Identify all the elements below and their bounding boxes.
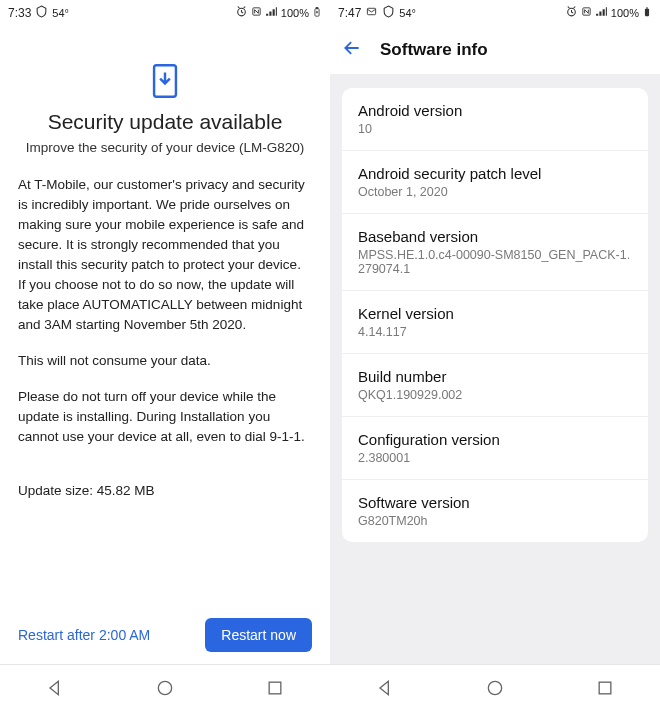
download-icon bbox=[150, 64, 180, 98]
status-temp: 54° bbox=[52, 7, 69, 19]
nav-home-icon[interactable] bbox=[155, 678, 175, 698]
update-subtitle: Improve the security of your device (LM-… bbox=[18, 140, 312, 155]
battery-percent: 100% bbox=[281, 7, 309, 19]
info-value: G820TM20h bbox=[358, 514, 632, 528]
update-paragraph: At T-Mobile, our customer's privacy and … bbox=[18, 175, 312, 335]
status-right: 100% bbox=[565, 5, 652, 22]
status-time: 7:47 bbox=[338, 6, 361, 20]
update-size: Update size: 45.82 MB bbox=[18, 481, 312, 501]
info-label: Android security patch level bbox=[358, 165, 632, 182]
info-value: October 1, 2020 bbox=[358, 185, 632, 199]
signal-icon bbox=[595, 5, 608, 21]
status-temp: 54° bbox=[399, 7, 416, 19]
info-value: MPSS.HE.1.0.c4-00090-SM8150_GEN_PACK-1.2… bbox=[358, 248, 632, 276]
battery-icon bbox=[312, 5, 322, 22]
info-label: Baseband version bbox=[358, 228, 632, 245]
signal-icon bbox=[265, 5, 278, 21]
nav-bar bbox=[330, 664, 660, 710]
update-title: Security update available bbox=[18, 110, 312, 134]
nav-back-icon[interactable] bbox=[375, 678, 395, 698]
info-item-security-patch[interactable]: Android security patch level October 1, … bbox=[342, 151, 648, 214]
battery-icon bbox=[642, 5, 652, 22]
action-row: Restart after 2:00 AM Restart now bbox=[18, 608, 312, 664]
status-left: 7:33 54° bbox=[8, 5, 69, 21]
alarm-icon bbox=[235, 5, 248, 21]
svg-rect-10 bbox=[645, 8, 649, 16]
info-item-software-version[interactable]: Software version G820TM20h bbox=[342, 480, 648, 542]
nav-bar bbox=[0, 664, 330, 710]
info-item-kernel[interactable]: Kernel version 4.14.117 bbox=[342, 291, 648, 354]
svg-rect-6 bbox=[269, 682, 281, 694]
info-label: Configuration version bbox=[358, 431, 632, 448]
status-right: 100% bbox=[235, 5, 322, 22]
info-list: Android version 10 Android security patc… bbox=[342, 88, 648, 542]
restart-now-button[interactable]: Restart now bbox=[205, 618, 312, 652]
info-label: Build number bbox=[358, 368, 632, 385]
shield-icon bbox=[35, 5, 48, 21]
update-screen: 7:33 54° 100% bbox=[0, 0, 330, 710]
info-label: Software version bbox=[358, 494, 632, 511]
app-bar: Software info bbox=[330, 26, 660, 74]
status-bar: 7:47 54° 100% bbox=[330, 0, 660, 26]
info-label: Android version bbox=[358, 102, 632, 119]
mail-icon bbox=[365, 6, 378, 20]
info-item-android-version[interactable]: Android version 10 bbox=[342, 88, 648, 151]
alarm-icon bbox=[565, 5, 578, 21]
status-bar: 7:33 54° 100% bbox=[0, 0, 330, 26]
nfc-icon bbox=[251, 5, 262, 21]
info-value: 2.380001 bbox=[358, 451, 632, 465]
update-paragraph: This will not consume your data. bbox=[18, 351, 312, 371]
svg-rect-11 bbox=[646, 7, 648, 8]
software-info-screen: 7:47 54° 100% bbox=[330, 0, 660, 710]
nav-recents-icon[interactable] bbox=[595, 678, 615, 698]
update-paragraph: Please do not turn off your device while… bbox=[18, 387, 312, 447]
status-time: 7:33 bbox=[8, 6, 31, 20]
nav-back-icon[interactable] bbox=[45, 678, 65, 698]
shield-icon bbox=[382, 5, 395, 21]
status-left: 7:47 54° bbox=[338, 5, 416, 21]
nav-recents-icon[interactable] bbox=[265, 678, 285, 698]
appbar-title: Software info bbox=[380, 40, 488, 60]
info-value: QKQ1.190929.002 bbox=[358, 388, 632, 402]
nav-home-icon[interactable] bbox=[485, 678, 505, 698]
svg-point-5 bbox=[158, 681, 171, 694]
info-label: Kernel version bbox=[358, 305, 632, 322]
update-body: Security update available Improve the se… bbox=[0, 26, 330, 664]
nfc-icon bbox=[581, 5, 592, 21]
svg-rect-13 bbox=[599, 682, 611, 694]
svg-point-12 bbox=[488, 681, 501, 694]
info-value: 4.14.117 bbox=[358, 325, 632, 339]
info-value: 10 bbox=[358, 122, 632, 136]
info-item-build[interactable]: Build number QKQ1.190929.002 bbox=[342, 354, 648, 417]
info-item-config[interactable]: Configuration version 2.380001 bbox=[342, 417, 648, 480]
info-item-baseband[interactable]: Baseband version MPSS.HE.1.0.c4-00090-SM… bbox=[342, 214, 648, 291]
svg-rect-3 bbox=[316, 7, 318, 8]
battery-percent: 100% bbox=[611, 7, 639, 19]
restart-later-button[interactable]: Restart after 2:00 AM bbox=[18, 627, 150, 643]
back-arrow-icon[interactable] bbox=[342, 38, 362, 62]
